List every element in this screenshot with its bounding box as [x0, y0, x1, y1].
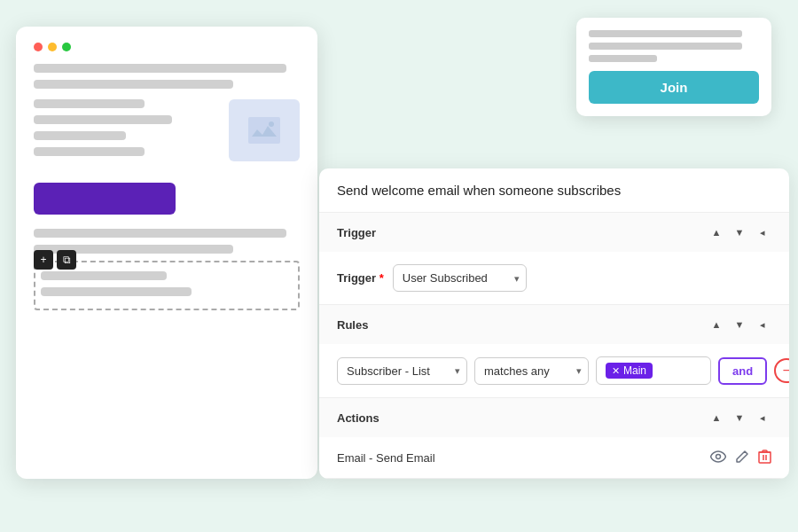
trigger-section-body: Trigger * User Subscribed User Unsubscri…	[319, 252, 789, 304]
join-card: Join	[576, 18, 771, 116]
skeleton-image	[229, 99, 300, 161]
skeleton-line-4	[34, 115, 172, 124]
join-button[interactable]: Join	[589, 71, 759, 104]
automation-panel: Send welcome email when someone subscrib…	[319, 168, 789, 479]
trigger-section-header: Trigger ▲ ▼ ◂	[319, 213, 789, 252]
rules-section-controls: ▲ ▼ ◂	[708, 316, 771, 333]
tag-input[interactable]: ✕ Main	[596, 356, 711, 385]
automation-title: Send welcome email when someone subscrib…	[319, 168, 789, 213]
tag-label: Main	[623, 364, 646, 377]
skeleton-line-2	[34, 80, 233, 89]
skeleton-button	[34, 183, 176, 215]
trigger-select-wrapper[interactable]: User Subscribed User Unsubscribed User C…	[393, 264, 527, 292]
rules-section-header: Rules ▲ ▼ ◂	[319, 305, 789, 344]
tag-remove-icon[interactable]: ✕	[612, 365, 620, 377]
trigger-up-btn[interactable]: ▲	[708, 223, 725, 241]
browser-dots	[34, 43, 300, 51]
svg-point-1	[269, 121, 274, 127]
rules-row: Subscriber - List Subscriber - Tag Subsc…	[319, 344, 789, 397]
matches-select-wrapper[interactable]: matches any matches all does not match	[474, 357, 589, 385]
rules-down-btn[interactable]: ▼	[731, 316, 748, 333]
skeleton-line-5	[34, 131, 126, 140]
trigger-field-label: Trigger *	[337, 271, 384, 285]
actions-section: Actions ▲ ▼ ◂ Email - Send Email	[319, 398, 789, 479]
skeleton-line-10	[41, 287, 192, 296]
actions-up-btn[interactable]: ▲	[708, 409, 725, 426]
actions-section-header: Actions ▲ ▼ ◂	[319, 398, 789, 437]
skeleton-line-3	[34, 99, 145, 108]
minus-icon: −	[782, 363, 789, 379]
trigger-section: Trigger ▲ ▼ ◂ Trigger * User Subscribed …	[319, 213, 789, 305]
add-tool-btn[interactable]: +	[34, 250, 53, 270]
dashed-selection: + ⧉	[34, 261, 300, 310]
rules-section: Rules ▲ ▼ ◂ Subscriber - List Subscriber…	[319, 305, 789, 398]
actions-row: Email - Send Email	[319, 437, 789, 478]
actions-section-controls: ▲ ▼ ◂	[708, 409, 771, 426]
dot-red	[34, 43, 43, 51]
svg-rect-3	[759, 452, 771, 463]
and-button[interactable]: and	[718, 357, 767, 385]
dot-green	[62, 43, 71, 51]
copy-tool-btn[interactable]: ⧉	[57, 250, 76, 270]
trigger-down-btn[interactable]: ▼	[731, 223, 748, 241]
subscriber-select-wrapper[interactable]: Subscriber - List Subscriber - Tag Subsc…	[337, 357, 467, 385]
rules-up-btn[interactable]: ▲	[708, 316, 725, 333]
rules-collapse-btn[interactable]: ◂	[754, 316, 771, 333]
selection-tools: + ⧉	[34, 250, 76, 270]
trigger-select[interactable]: User Subscribed User Unsubscribed User C…	[393, 264, 527, 292]
join-card-line-2	[589, 43, 742, 50]
join-card-lines	[589, 30, 759, 62]
actions-icons	[710, 449, 771, 466]
rules-section-title: Rules	[337, 318, 368, 332]
view-icon[interactable]	[710, 450, 726, 466]
trigger-section-title: Trigger	[337, 226, 376, 239]
dot-yellow	[48, 43, 57, 51]
svg-point-2	[716, 454, 721, 458]
svg-rect-0	[248, 117, 280, 144]
actions-collapse-btn[interactable]: ◂	[754, 409, 771, 426]
edit-icon[interactable]	[735, 450, 749, 466]
subscriber-select[interactable]: Subscriber - List Subscriber - Tag Subsc…	[337, 357, 467, 385]
skeleton-line-7	[34, 229, 286, 238]
main-tag: ✕ Main	[606, 363, 653, 379]
delete-icon[interactable]	[758, 449, 771, 466]
matches-select[interactable]: matches any matches all does not match	[474, 357, 589, 385]
skeleton-line-9	[41, 271, 167, 280]
email-action-label: Email - Send Email	[337, 451, 435, 465]
browser-mockup: + ⧉	[16, 27, 317, 479]
join-card-line-1	[589, 30, 742, 37]
trigger-required: *	[376, 271, 384, 285]
skeleton-line-6	[34, 147, 145, 156]
trigger-collapse-btn[interactable]: ◂	[754, 223, 771, 241]
trigger-section-controls: ▲ ▼ ◂	[708, 223, 771, 241]
skeleton-line-1	[34, 64, 286, 73]
remove-rule-button[interactable]: −	[774, 358, 789, 383]
actions-section-title: Actions	[337, 411, 379, 425]
join-card-line-3	[589, 55, 657, 62]
actions-down-btn[interactable]: ▼	[731, 409, 748, 426]
